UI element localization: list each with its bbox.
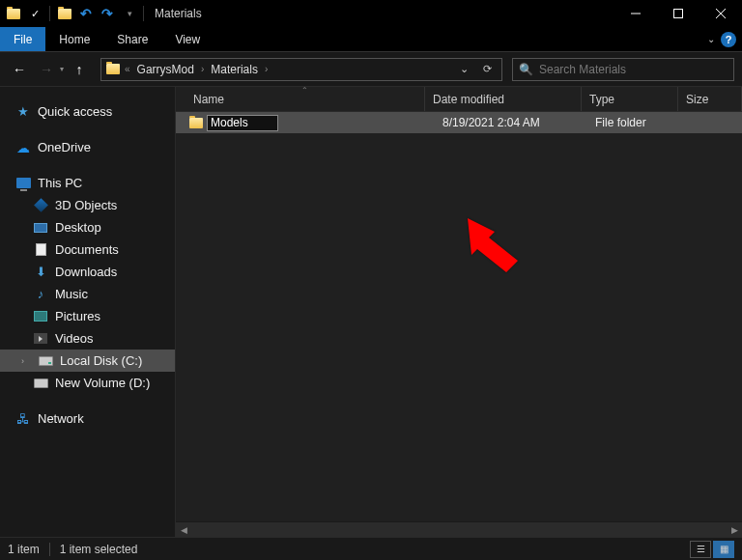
scroll-left-icon[interactable]: ◀ — [176, 522, 191, 538]
navigation-bar: ← → ▾ ↑ « GarrysMod › Materials › ⌄ ⟳ 🔍 … — [0, 52, 742, 87]
tab-share[interactable]: Share — [103, 27, 161, 51]
help-icon[interactable]: ? — [721, 32, 736, 47]
document-icon — [33, 242, 48, 258]
folder-icon — [186, 118, 207, 128]
breadcrumb-overflow[interactable]: « — [122, 64, 133, 74]
address-bar[interactable]: « GarrysMod › Materials › ⌄ ⟳ — [100, 58, 502, 81]
file-type: File folder — [587, 116, 684, 129]
status-selected: 1 item selected — [60, 543, 148, 556]
svg-marker-4 — [468, 218, 518, 272]
chevron-right-icon[interactable]: › — [262, 64, 271, 74]
window-title: Materials — [155, 7, 202, 20]
undo-icon[interactable]: ↶ — [76, 3, 96, 24]
breadcrumb-seg-1[interactable]: Materials — [207, 59, 262, 80]
nav-quick-access[interactable]: ★ Quick access — [0, 100, 175, 123]
pictures-icon — [33, 309, 48, 324]
history-dropdown-icon[interactable]: ▾ — [60, 65, 64, 73]
search-icon: 🔍 — [519, 63, 533, 76]
file-list: Name ⌃ Date modified Type Size 8/19/2021… — [176, 87, 742, 537]
view-large-icons-icon[interactable]: ▦ — [713, 541, 734, 558]
column-name[interactable]: Name ⌃ — [186, 87, 425, 111]
sort-indicator-icon: ⌃ — [301, 86, 308, 95]
annotation-arrow — [466, 218, 533, 278]
column-headers: Name ⌃ Date modified Type Size — [176, 87, 742, 112]
qat-new-folder-icon[interactable] — [55, 3, 74, 24]
nav-downloads[interactable]: ⬇Downloads — [0, 261, 175, 283]
nav-local-disk-c[interactable]: ›Local Disk (C:) — [0, 350, 175, 372]
music-icon: ♪ — [33, 287, 48, 302]
scroll-right-icon[interactable]: ▶ — [727, 522, 742, 538]
nav-documents[interactable]: Documents — [0, 238, 175, 261]
qat-folder-icon[interactable] — [4, 3, 23, 24]
ribbon-tabs: File Home Share View ⌄ ? — [0, 27, 742, 52]
quick-access-toolbar: ✓ ↶ ↷ ▾ — [0, 3, 147, 24]
column-type[interactable]: Type — [582, 87, 678, 111]
address-folder-icon[interactable] — [104, 64, 122, 74]
back-button[interactable]: ← — [8, 58, 31, 81]
rename-input[interactable] — [207, 115, 278, 131]
qat-customize-icon[interactable]: ▾ — [119, 3, 138, 24]
nav-network[interactable]: 🖧 Network — [0, 407, 175, 430]
search-placeholder: Search Materials — [539, 63, 626, 76]
qat-properties-icon[interactable]: ✓ — [25, 3, 44, 24]
ribbon-expand-icon[interactable]: ⌄ — [707, 34, 715, 44]
monitor-icon — [15, 176, 31, 191]
breadcrumb-seg-0[interactable]: GarrysMod — [133, 59, 198, 80]
chevron-right-icon: › — [21, 356, 31, 366]
nav-music[interactable]: ♪Music — [0, 283, 175, 305]
forward-button[interactable]: → — [35, 58, 58, 81]
maximize-button[interactable] — [657, 0, 699, 27]
minimize-button[interactable] — [614, 0, 657, 27]
tab-home[interactable]: Home — [45, 27, 103, 51]
svg-rect-1 — [674, 10, 683, 18]
drive-icon — [33, 376, 48, 391]
status-bar: 1 item 1 item selected ☰ ▦ — [0, 537, 742, 560]
file-row[interactable]: 8/19/2021 2:04 AM File folder — [176, 112, 742, 133]
address-dropdown-icon[interactable]: ⌄ — [453, 63, 474, 75]
column-size[interactable]: Size — [678, 87, 742, 111]
up-button[interactable]: ↑ — [68, 58, 91, 81]
redo-icon[interactable]: ↷ — [98, 3, 117, 24]
close-button[interactable] — [699, 0, 742, 27]
chevron-right-icon[interactable]: › — [198, 64, 207, 74]
refresh-icon[interactable]: ⟳ — [476, 63, 498, 75]
column-date[interactable]: Date modified — [425, 87, 582, 111]
nav-new-volume-d[interactable]: New Volume (D:) — [0, 372, 175, 394]
cube-icon — [33, 198, 48, 213]
search-input[interactable]: 🔍 Search Materials — [512, 58, 734, 81]
network-icon: 🖧 — [15, 411, 31, 427]
star-icon: ★ — [15, 104, 31, 120]
window-controls — [614, 0, 742, 27]
desktop-icon — [33, 220, 48, 236]
nav-desktop[interactable]: Desktop — [0, 216, 175, 238]
file-date: 8/19/2021 2:04 AM — [431, 116, 587, 129]
status-item-count: 1 item — [8, 543, 49, 556]
nav-pictures[interactable]: Pictures — [0, 305, 175, 327]
tab-view[interactable]: View — [161, 27, 214, 51]
view-details-icon[interactable]: ☰ — [690, 541, 711, 558]
tab-file[interactable]: File — [0, 27, 45, 51]
drive-icon — [38, 353, 53, 369]
download-icon: ⬇ — [33, 265, 48, 280]
nav-3d-objects[interactable]: 3D Objects — [0, 194, 175, 216]
nav-this-pc[interactable]: This PC — [0, 172, 175, 194]
nav-videos[interactable]: Videos — [0, 327, 175, 350]
videos-icon — [33, 331, 48, 347]
nav-onedrive[interactable]: ☁ OneDrive — [0, 136, 175, 158]
cloud-icon: ☁ — [15, 140, 31, 155]
horizontal-scrollbar[interactable]: ◀ ▶ — [176, 521, 742, 537]
title-bar: ✓ ↶ ↷ ▾ Materials — [0, 0, 742, 27]
navigation-pane: ★ Quick access ☁ OneDrive This PC 3D Obj… — [0, 87, 176, 537]
